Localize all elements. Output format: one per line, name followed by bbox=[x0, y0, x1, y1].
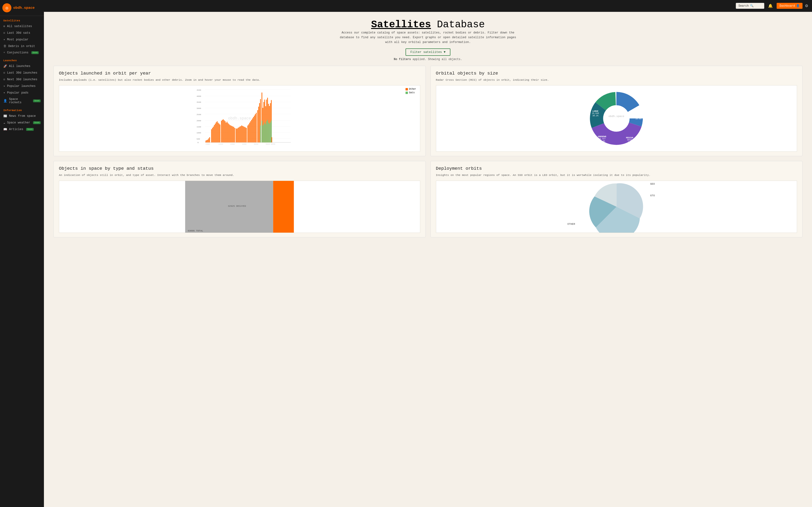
svg-rect-24 bbox=[209, 137, 210, 143]
svg-rect-22 bbox=[208, 139, 208, 143]
weather-icon: ☁ bbox=[3, 121, 5, 125]
svg-rect-20 bbox=[206, 140, 206, 143]
clock-icon: ⊙ bbox=[3, 31, 5, 35]
dashboard-label: Dashboard bbox=[779, 4, 795, 8]
svg-rect-86 bbox=[265, 124, 266, 143]
page-title-bold: Satellites bbox=[371, 19, 431, 31]
sidebar-item-last-30d-launches[interactable]: ⊙ Last 30d launches bbox=[0, 69, 44, 76]
soon-badge: Soon bbox=[26, 128, 34, 131]
svg-text:30.2%: 30.2% bbox=[593, 115, 599, 117]
sidebar-item-label: All launches bbox=[9, 65, 31, 68]
sidebar-item-conjunctions[interactable]: + Conjunctions Soon bbox=[0, 49, 44, 56]
svg-text:3000: 3000 bbox=[197, 108, 201, 110]
soon-badge: Soon bbox=[33, 100, 41, 102]
orbit-chart-container[interactable]: GEO GTO OTHER bbox=[436, 181, 797, 233]
page-subtitle: Access our complete catalog of space ass… bbox=[335, 31, 521, 45]
page-title: Satellites Database bbox=[53, 19, 803, 31]
svg-rect-43 bbox=[229, 124, 229, 143]
svg-text:39.4%: 39.4% bbox=[636, 118, 642, 120]
sidebar-item-label: Space weather bbox=[7, 121, 31, 124]
svg-rect-56 bbox=[241, 125, 242, 143]
svg-rect-59 bbox=[244, 127, 245, 143]
logo-icon: ◎ bbox=[2, 3, 11, 12]
svg-rect-44 bbox=[230, 125, 230, 143]
user-icon: 👤 bbox=[3, 99, 7, 103]
sidebar-item-popular-launches[interactable]: ▾ Popular launches bbox=[0, 83, 44, 90]
svg-text:2000: 2000 bbox=[254, 144, 258, 144]
svg-text:1500: 1500 bbox=[197, 126, 201, 128]
svg-rect-30 bbox=[216, 122, 217, 143]
svg-rect-34 bbox=[220, 125, 220, 143]
svg-rect-67 bbox=[252, 118, 253, 143]
legend-dot-other bbox=[405, 88, 408, 91]
page-title-normal: Database bbox=[431, 19, 485, 31]
svg-rect-49 bbox=[234, 128, 235, 143]
svg-text:obdh.space: obdh.space bbox=[608, 115, 625, 118]
sidebar-item-most-popular[interactable]: ▾ Most popular bbox=[0, 36, 44, 43]
svg-rect-38 bbox=[224, 120, 225, 143]
sidebar-item-label: Popular pads bbox=[7, 91, 29, 95]
svg-rect-90 bbox=[267, 120, 268, 143]
svg-rect-71 bbox=[256, 113, 257, 143]
svg-text:1990: 1990 bbox=[242, 144, 247, 144]
bell-button[interactable]: 🔔 bbox=[767, 3, 774, 9]
sidebar-item-label: Space rockets bbox=[9, 98, 30, 104]
legend-dot-sats bbox=[405, 92, 408, 94]
svg-rect-37 bbox=[223, 119, 224, 143]
legend-other-label: Other bbox=[409, 88, 416, 91]
svg-rect-70 bbox=[255, 114, 256, 143]
svg-rect-94 bbox=[269, 124, 270, 143]
sidebar-item-label: Last 30d launches bbox=[7, 71, 38, 74]
svg-rect-54 bbox=[239, 127, 240, 143]
svg-text:4000: 4000 bbox=[197, 95, 201, 97]
sidebar-item-last-30d-sats[interactable]: ⊙ Last 30d sats bbox=[0, 30, 44, 36]
sidebar-item-debris-in-orbit[interactable]: 🗑 Debris in orbit bbox=[0, 43, 44, 49]
bottom-charts-row: Objects in space by type and status An i… bbox=[53, 161, 803, 237]
sidebar-item-space-rockets[interactable]: 👤 Space rockets Soon bbox=[0, 96, 44, 106]
sidebar-item-news-from-space[interactable]: 📰 News from space bbox=[0, 113, 44, 119]
svg-rect-41 bbox=[227, 122, 227, 143]
sidebar-item-label: Articles bbox=[9, 128, 23, 131]
donut-container[interactable]: obdh.space LARGE 19,048 30.2% SMALL 24,8… bbox=[436, 85, 797, 152]
svg-rect-61 bbox=[246, 128, 247, 143]
settings-button[interactable]: ⚙ bbox=[805, 4, 808, 8]
svg-rect-48 bbox=[233, 127, 234, 143]
svg-text:500: 500 bbox=[197, 138, 200, 140]
chevron-down-icon: ▾ bbox=[3, 38, 5, 42]
bar-chart-container[interactable]: Other Sats obdh.space 4500 4000 3500 300… bbox=[59, 85, 420, 152]
type-chart-svg: 63095 TOTAL 32925 DECAYED bbox=[59, 181, 420, 233]
type-chart-container[interactable]: 63095 TOTAL 32925 DECAYED bbox=[59, 181, 420, 233]
dashboard-button[interactable]: Dashboard 👤 bbox=[777, 3, 803, 9]
svg-rect-63 bbox=[248, 124, 249, 143]
search-box[interactable]: Search 🔍 bbox=[736, 3, 764, 9]
sidebar-item-space-weather[interactable]: ☁ Space weather Soon bbox=[0, 119, 44, 126]
svg-text:2020: 2020 bbox=[271, 144, 275, 144]
filter-button[interactable]: Filter satellites ▼ bbox=[405, 48, 450, 56]
sidebar-item-popular-pads[interactable]: ▾ Popular pads bbox=[0, 90, 44, 96]
svg-rect-99 bbox=[271, 137, 272, 143]
trash-icon: 🗑 bbox=[3, 44, 6, 48]
bar-chart-desc: Includes payloads (i.e. satellites) but … bbox=[59, 78, 420, 82]
svg-rect-45 bbox=[230, 125, 231, 143]
type-chart-title: Objects in space by type and status bbox=[59, 166, 420, 171]
svg-text:2010: 2010 bbox=[265, 144, 270, 144]
svg-text:4500: 4500 bbox=[197, 89, 201, 91]
svg-rect-60 bbox=[245, 127, 246, 143]
svg-rect-92 bbox=[268, 123, 269, 143]
svg-point-111 bbox=[603, 106, 629, 131]
svg-rect-74 bbox=[259, 103, 260, 143]
articles-icon: 📖 bbox=[3, 127, 7, 131]
soon-badge: Soon bbox=[33, 121, 41, 124]
svg-rect-55 bbox=[240, 126, 241, 143]
sidebar-item-articles[interactable]: 📖 Articles Soon bbox=[0, 126, 44, 133]
svg-rect-78 bbox=[262, 121, 262, 143]
header: Search 🔍 🔔 Dashboard 👤 ⚙ bbox=[44, 0, 812, 12]
svg-rect-64 bbox=[249, 123, 250, 143]
svg-rect-31 bbox=[217, 121, 217, 143]
logo-area[interactable]: ◎ obdh.space bbox=[0, 0, 44, 16]
svg-rect-25 bbox=[211, 129, 212, 143]
svg-text:1980: 1980 bbox=[230, 144, 235, 144]
sidebar-item-all-launches[interactable]: 🚀 All launches bbox=[0, 63, 44, 69]
sidebar-item-next-30d-launches[interactable]: ⊙ Next 30d launches bbox=[0, 76, 44, 83]
sidebar-item-all-satellites[interactable]: ⊕ All satellites bbox=[0, 23, 44, 30]
